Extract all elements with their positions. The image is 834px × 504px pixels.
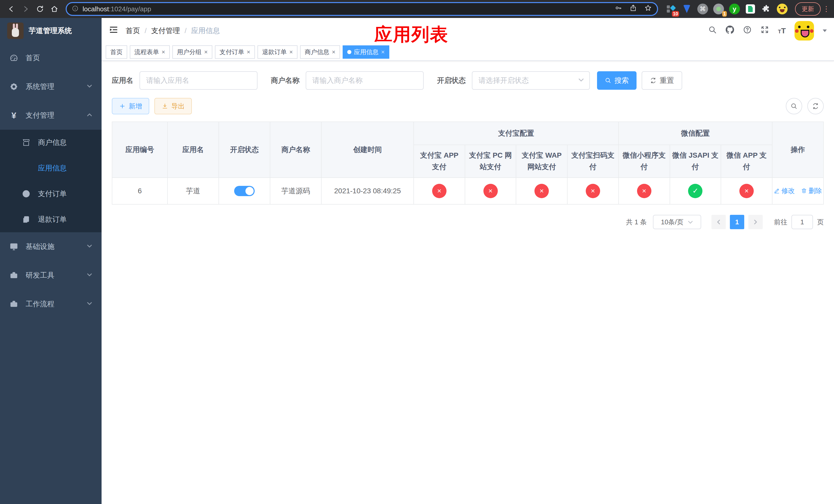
avatar-caret-icon[interactable] bbox=[823, 29, 827, 32]
top-navbar: 首页 / 支付管理 / 应用信息 TT bbox=[102, 18, 834, 44]
sidebar-item-refund-orders[interactable]: 退款订单 bbox=[0, 207, 102, 232]
user-avatar[interactable] bbox=[794, 21, 814, 41]
address-bar[interactable]: localhost:1024/pay/app bbox=[66, 2, 658, 16]
sidebar-item-label: 首页 bbox=[26, 53, 40, 63]
sidebar-toggle-icon[interactable] bbox=[109, 25, 118, 37]
edit-button[interactable]: 修改 bbox=[774, 186, 795, 196]
bookmark-star-icon[interactable] bbox=[644, 4, 652, 14]
close-icon[interactable]: × bbox=[332, 49, 335, 55]
group-header-alipay: 支付宝配置 bbox=[414, 122, 619, 145]
font-size-icon[interactable]: TT bbox=[778, 27, 786, 35]
add-button[interactable]: 新增 bbox=[112, 98, 149, 114]
tab-refund-orders[interactable]: 退款订单× bbox=[258, 45, 298, 59]
sidebar-item-merchant-info[interactable]: 商户信息 bbox=[0, 130, 102, 155]
chevron-down-icon bbox=[87, 271, 92, 279]
extension-doc-icon[interactable] bbox=[745, 3, 756, 15]
reset-button[interactable]: 重置 bbox=[642, 71, 682, 90]
cell-actions: 修改 删除 bbox=[772, 178, 824, 204]
payment-submenu: 商户信息 应用信息 支付订单 退款订单 bbox=[0, 130, 102, 232]
status-select[interactable]: 请选择开启状态 bbox=[472, 71, 590, 90]
tab-app-info[interactable]: 应用信息× bbox=[343, 45, 389, 59]
refresh-button[interactable] bbox=[807, 98, 824, 114]
chevron-down-icon bbox=[87, 83, 92, 91]
grid-icon bbox=[22, 164, 31, 173]
sidebar-item-label: 商户信息 bbox=[38, 138, 67, 147]
extension-command-icon[interactable]: ⌘ bbox=[697, 3, 708, 15]
browser-update-button[interactable]: 更新 bbox=[795, 2, 821, 16]
close-icon[interactable]: × bbox=[289, 49, 293, 55]
close-icon[interactable]: × bbox=[381, 49, 385, 55]
extension-camera-icon[interactable]: 1 bbox=[713, 3, 724, 15]
back-icon[interactable] bbox=[4, 2, 19, 16]
password-key-icon[interactable] bbox=[614, 4, 622, 14]
page-size-select[interactable]: 10条/页 bbox=[653, 215, 701, 229]
export-button[interactable]: 导出 bbox=[154, 98, 192, 114]
search-icon[interactable] bbox=[708, 25, 717, 36]
extension-gem-icon[interactable] bbox=[681, 3, 693, 15]
show-search-button[interactable] bbox=[786, 98, 802, 114]
share-icon[interactable] bbox=[629, 4, 637, 14]
close-icon[interactable]: × bbox=[161, 49, 165, 55]
group-header-wechat: 微信配置 bbox=[619, 122, 772, 145]
extension-blocks-icon[interactable]: 10 bbox=[665, 3, 677, 15]
sidebar-item-infra[interactable]: 基础设施 bbox=[0, 232, 102, 261]
cell-created: 2021-10-23 08:49:25 bbox=[321, 178, 414, 204]
extension-y-icon[interactable]: y bbox=[729, 3, 740, 15]
prev-page-button[interactable] bbox=[711, 215, 726, 229]
sidebar-item-workflow[interactable]: 工作流程 bbox=[0, 290, 102, 318]
next-page-button[interactable] bbox=[748, 215, 763, 229]
chevron-down-icon bbox=[87, 300, 92, 308]
status-toggle[interactable] bbox=[234, 186, 255, 196]
app-title: 芋道管理系统 bbox=[29, 26, 72, 36]
sidebar-item-label: 基础设施 bbox=[26, 242, 54, 251]
tab-home[interactable]: 首页 bbox=[106, 45, 127, 59]
page-1-button[interactable]: 1 bbox=[730, 215, 744, 229]
site-info-icon[interactable] bbox=[72, 4, 79, 14]
sidebar-item-system[interactable]: 系统管理 bbox=[0, 72, 102, 101]
tags-view: 首页 流程表单× 用户分组× 支付订单× 退款订单× 商户信息× 应用信息× bbox=[102, 44, 834, 61]
sidebar-item-label: 支付管理 bbox=[26, 111, 54, 120]
breadcrumb-payment[interactable]: 支付管理 bbox=[151, 26, 180, 36]
table-row: 6 芋道 芋道源码 2021-10-23 08:49:25 × × × × × bbox=[112, 178, 824, 204]
breadcrumb-home[interactable]: 首页 bbox=[126, 26, 140, 36]
sidebar-item-pay-orders[interactable]: 支付订单 bbox=[0, 181, 102, 207]
delete-button[interactable]: 删除 bbox=[801, 186, 822, 196]
cell-app-name: 芋道 bbox=[168, 178, 219, 204]
home-icon[interactable] bbox=[47, 2, 62, 16]
sidebar-item-app-info[interactable]: 应用信息 bbox=[0, 155, 102, 181]
cell-wechat-app-status: × bbox=[721, 178, 772, 204]
col-header-wechat-app: 微信 APP 支付 bbox=[721, 145, 772, 178]
toolbox-icon bbox=[9, 271, 19, 280]
tab-pay-orders[interactable]: 支付订单× bbox=[215, 45, 255, 59]
table-toolbar: 新增 导出 bbox=[112, 98, 824, 114]
screen: localhost:1024/pay/app 10 ⌘ 1 y bbox=[0, 0, 834, 504]
sidebar-item-payment[interactable]: ¥ 支付管理 bbox=[0, 101, 102, 130]
cell-status bbox=[219, 178, 270, 204]
sidebar-item-home[interactable]: 首页 bbox=[0, 44, 102, 72]
goto-page-input[interactable] bbox=[791, 215, 813, 229]
app-logo[interactable]: 芋道管理系统 bbox=[0, 18, 102, 44]
forward-icon[interactable] bbox=[19, 2, 33, 16]
extensions-puzzle-icon[interactable] bbox=[761, 3, 772, 15]
tab-process-form[interactable]: 流程表单× bbox=[130, 45, 170, 59]
github-icon[interactable] bbox=[725, 25, 734, 36]
close-icon[interactable]: × bbox=[204, 49, 208, 55]
sidebar-item-dev-tools[interactable]: 研发工具 bbox=[0, 261, 102, 290]
help-icon[interactable] bbox=[743, 25, 752, 36]
extensions-area: 10 ⌘ 1 y bbox=[662, 3, 791, 15]
search-button[interactable]: 搜索 bbox=[597, 71, 637, 90]
cell-wechat-mini-status: × bbox=[619, 178, 670, 204]
browser-menu-icon[interactable]: ⋮ bbox=[823, 8, 830, 10]
merchant-name-input[interactable] bbox=[306, 71, 424, 90]
fullscreen-icon[interactable] bbox=[761, 25, 769, 36]
close-icon[interactable]: × bbox=[247, 49, 250, 55]
col-header-alipay-qr: 支付宝扫码支付 bbox=[567, 145, 619, 178]
status-icon: × bbox=[534, 184, 549, 198]
tab-user-group[interactable]: 用户分组× bbox=[172, 45, 212, 59]
reload-icon[interactable] bbox=[33, 2, 47, 16]
profile-avatar-icon[interactable] bbox=[776, 3, 788, 15]
tab-merchant-info[interactable]: 商户信息× bbox=[300, 45, 340, 59]
app-name-input[interactable] bbox=[139, 71, 258, 90]
chevron-down-icon bbox=[578, 76, 584, 85]
extension-badge: 1 bbox=[722, 11, 727, 17]
